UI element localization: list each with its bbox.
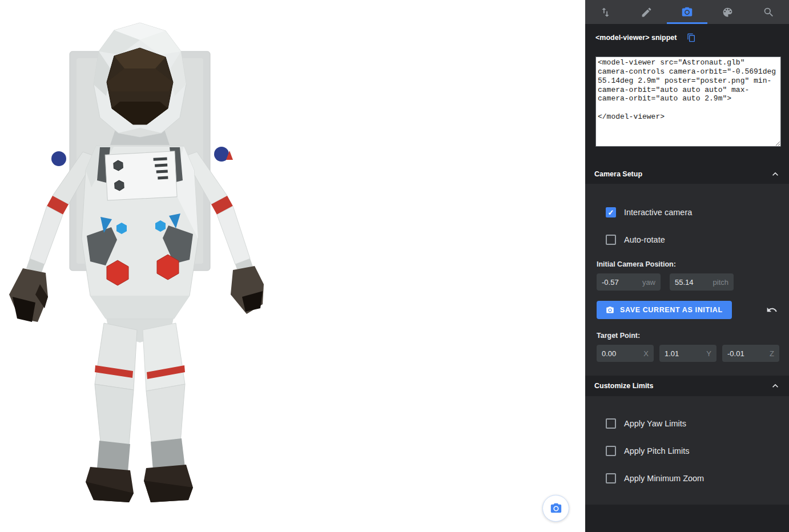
undo-icon	[766, 304, 778, 316]
astronaut-model	[0, 16, 274, 507]
customize-limits-title: Customize Limits	[594, 382, 654, 390]
camera-icon	[681, 6, 693, 18]
target-x-suffix: X	[643, 349, 649, 358]
auto-rotate-row[interactable]: Auto-rotate	[585, 226, 789, 253]
apply-minimum-zoom-checkbox[interactable]	[606, 473, 616, 483]
camera-setup-header[interactable]: Camera Setup	[585, 164, 789, 184]
auto-rotate-checkbox[interactable]	[606, 235, 616, 245]
collapse-camera-setup-button[interactable]	[770, 168, 781, 180]
interactive-camera-checkbox[interactable]	[606, 207, 616, 217]
pitch-input[interactable]: 55.14 pitch	[670, 273, 734, 291]
apply-yaw-limits-checkbox[interactable]	[606, 418, 616, 429]
camera-fab[interactable]	[542, 495, 569, 522]
palette-icon	[722, 6, 734, 18]
target-z-input[interactable]: -0.01 Z	[722, 345, 779, 362]
target-y-suffix: Y	[706, 349, 711, 358]
target-y-value: 1.01	[665, 349, 679, 358]
editor-panel: <model-viewer> snippet <model-viewer src…	[585, 0, 789, 532]
chest-panel	[105, 151, 177, 200]
apply-yaw-limits-row[interactable]: Apply Yaw Limits	[585, 410, 789, 437]
camera-setup-title: Camera Setup	[594, 170, 642, 178]
tab-camera[interactable]	[667, 0, 707, 24]
target-x-value: 0.00	[602, 349, 616, 358]
camera-icon	[606, 306, 614, 315]
apply-minimum-zoom-label[interactable]: Apply Minimum Zoom	[624, 474, 704, 483]
collapse-customize-limits-button[interactable]	[770, 380, 781, 392]
apply-pitch-limits-row[interactable]: Apply Pitch Limits	[585, 437, 789, 465]
target-z-suffix: Z	[770, 349, 774, 358]
model-viewport[interactable]	[0, 0, 585, 532]
customize-limits-header[interactable]: Customize Limits	[585, 376, 789, 396]
pitch-value: 55.14	[675, 278, 694, 287]
snippet-section: <model-viewer> snippet <model-viewer src…	[585, 24, 789, 164]
initial-camera-position-label: Initial Camera Position:	[597, 260, 789, 269]
interactive-camera-label[interactable]: Interactive camera	[624, 208, 692, 217]
snippet-title: <model-viewer> snippet	[595, 34, 677, 42]
search-icon	[763, 6, 775, 18]
chevron-up-icon	[770, 380, 781, 392]
target-point-label: Target Point:	[597, 332, 789, 340]
interactive-camera-row[interactable]: Interactive camera	[585, 199, 789, 226]
tab-file[interactable]	[585, 0, 626, 24]
pitch-suffix: pitch	[713, 278, 728, 287]
camera-icon	[550, 502, 562, 515]
save-button-label: SAVE CURRENT AS INITIAL	[620, 306, 723, 314]
yaw-input[interactable]: -0.57 yaw	[597, 273, 661, 291]
yaw-suffix: yaw	[642, 278, 655, 287]
snippet-textarea[interactable]: <model-viewer src="Astronaut.glb" camera…	[595, 57, 781, 147]
copy-snippet-button[interactable]	[687, 33, 696, 42]
panel-tabbar	[585, 0, 789, 24]
undo-button[interactable]	[766, 304, 778, 316]
target-x-input[interactable]: 0.00 X	[597, 345, 654, 362]
apply-minimum-zoom-row[interactable]: Apply Minimum Zoom	[585, 465, 789, 492]
target-z-value: -0.01	[727, 349, 744, 358]
yaw-value: -0.57	[602, 278, 619, 287]
apply-pitch-limits-checkbox[interactable]	[606, 446, 616, 456]
camera-setup-content: Interactive camera Auto-rotate Initial C…	[585, 184, 789, 376]
customize-limits-content: Apply Yaw Limits Apply Pitch Limits Appl…	[585, 396, 789, 505]
apply-yaw-limits-label[interactable]: Apply Yaw Limits	[624, 419, 686, 428]
save-current-as-initial-button[interactable]: SAVE CURRENT AS INITIAL	[597, 301, 732, 319]
apply-pitch-limits-label[interactable]: Apply Pitch Limits	[624, 446, 689, 456]
auto-rotate-label[interactable]: Auto-rotate	[624, 235, 665, 244]
tab-inspector[interactable]	[748, 0, 789, 24]
legs	[86, 316, 193, 502]
pencil-icon	[641, 6, 653, 18]
copy-icon	[687, 33, 696, 42]
tab-edit[interactable]	[626, 0, 666, 24]
chevron-up-icon	[770, 168, 781, 180]
import-export-icon	[599, 6, 611, 18]
tab-materials[interactable]	[707, 0, 748, 24]
target-y-input[interactable]: 1.01 Y	[659, 345, 716, 362]
